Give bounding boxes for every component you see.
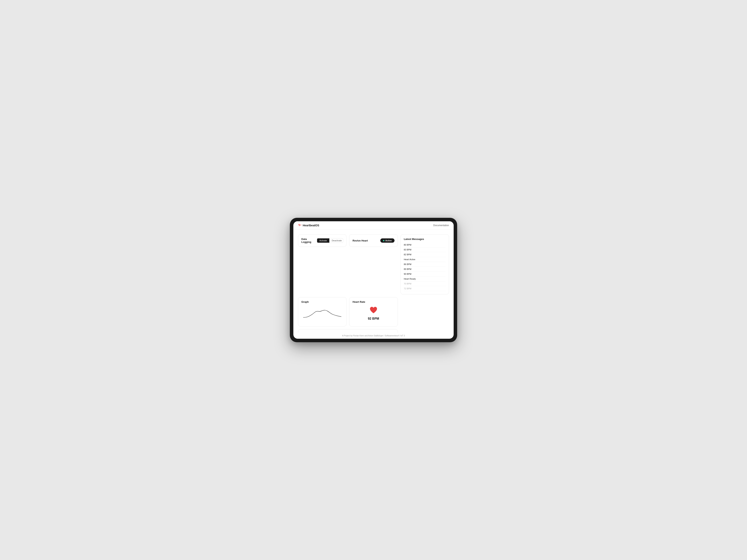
main-content: Data Logging Activate Deactivate Revive … [293, 230, 454, 333]
message-item: 72 BPM [404, 286, 446, 291]
heart-rate-title: Heart Rate [353, 300, 394, 303]
message-item: 83 BPM [404, 247, 446, 252]
tablet-screen: HeartbeatOS Documentation Data Logging A… [293, 221, 454, 339]
message-item: Heart Ready [404, 276, 446, 282]
latest-messages-card: Latest Messages 80 BPM83 BPM82 BPMHeart … [401, 234, 449, 294]
revive-heart-title: Revive Heart [353, 239, 368, 242]
bpm-display: 92 BPM [368, 317, 379, 320]
logo-text: HeartbeatOS [303, 224, 319, 227]
footer-text: A Project by Florian Kiem and Anton Stal… [342, 335, 405, 337]
revive-heart-card: Revive Heart Active [349, 234, 397, 247]
graph-card: Graph [298, 297, 346, 326]
message-item: 82 BPM [404, 252, 446, 257]
heartbeat-icon [298, 223, 302, 227]
sounds-card: Sounds ▶ Lovely Day Bill Withers [298, 329, 398, 333]
heart-rate-card: Heart Rate 92 BPM [349, 297, 397, 326]
activate-button[interactable]: Activate [317, 238, 329, 243]
footer: A Project by Florian Kiem and Anton Stal… [293, 333, 454, 339]
active-dot [383, 240, 384, 241]
deactivate-button[interactable]: Deactivate [329, 238, 343, 243]
messages-list: 80 BPM83 BPM82 BPMHeart Active86 BPM89 B… [404, 242, 446, 291]
heart-icon [369, 306, 378, 315]
graph-svg [301, 305, 343, 322]
logo: HeartbeatOS [298, 223, 319, 227]
message-item: 70 BPM [404, 282, 446, 286]
middle-row: Graph Heart Rate 92 BPM [298, 297, 449, 326]
message-item: 80 BPM [404, 242, 446, 247]
bottom-row: Sounds ▶ Lovely Day Bill Withers [298, 329, 449, 333]
data-logging-card: Data Logging Activate Deactivate [298, 234, 346, 247]
top-row: Data Logging Activate Deactivate Revive … [298, 234, 449, 294]
tablet-device: HeartbeatOS Documentation Data Logging A… [290, 218, 457, 342]
message-item: 89 BPM [404, 267, 446, 272]
messages-title: Latest Messages [404, 238, 446, 241]
documentation-link[interactable]: Documentation [433, 224, 449, 227]
message-item: Heart Active [404, 257, 446, 262]
active-status: Active [385, 239, 392, 242]
message-item: 90 BPM [404, 272, 446, 276]
data-logging-title: Data Logging [301, 238, 317, 243]
header: HeartbeatOS Documentation [293, 221, 454, 230]
graph-title: Graph [301, 300, 343, 303]
toggle-buttons: Activate Deactivate [317, 238, 343, 243]
active-badge[interactable]: Active [380, 238, 394, 243]
message-item: 86 BPM [404, 262, 446, 267]
